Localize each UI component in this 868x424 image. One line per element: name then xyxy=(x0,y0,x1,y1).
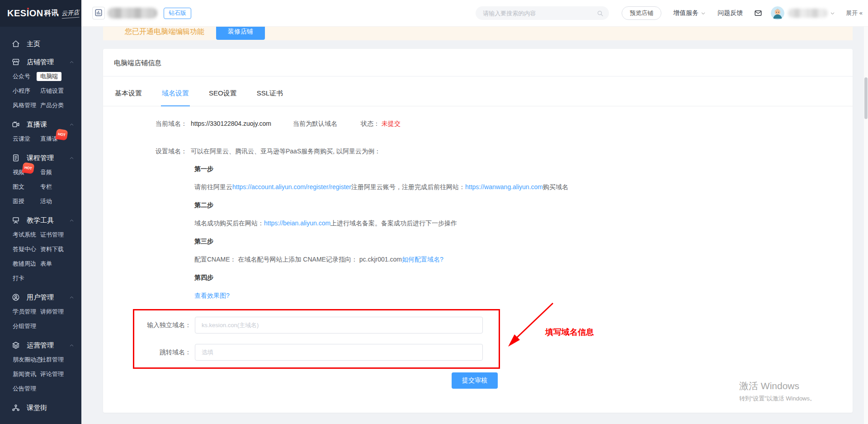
sidebar-section-label: 用户管理 xyxy=(27,293,54,302)
step-title: 第一步 xyxy=(103,164,853,173)
sidebar-subitem[interactable]: 公告管理 xyxy=(13,384,36,393)
preview-store-button[interactable]: 预览店铺 xyxy=(622,6,661,20)
avatar[interactable] xyxy=(771,6,784,20)
bar-chart-icon xyxy=(94,9,103,18)
sidebar-subitem[interactable]: 打卡 xyxy=(13,274,24,283)
sidebar-section-live[interactable]: 直播课 xyxy=(0,115,81,133)
sidebar-section-label: 运营管理 xyxy=(27,341,54,350)
sidebar-section-shop[interactable]: 店铺管理 xyxy=(0,53,81,71)
street-icon xyxy=(12,404,20,412)
sidebar-subitem[interactable]: 证书管理 xyxy=(40,230,64,239)
sidebar-subitems: 考试系统证书管理答疑中心资料下载教辅周边表单打卡 xyxy=(0,230,81,283)
sidebar-section-course[interactable]: 课程管理 xyxy=(0,149,81,167)
sidebar-subitem[interactable]: 小程序 xyxy=(13,86,30,95)
sidebar-subitems: 朋友圈动态社群管理新闻资讯评论管理公告管理 xyxy=(0,355,81,393)
chevron-up-icon xyxy=(69,60,74,65)
inline-link[interactable]: 查看效果图? xyxy=(194,291,230,300)
decorate-store-button[interactable]: 装修店铺 xyxy=(216,27,265,40)
sidebar-subitem[interactable]: 面授 xyxy=(13,197,24,206)
sidebar-subitem[interactable]: 云课堂 xyxy=(13,134,30,143)
annotation-arrow xyxy=(500,300,567,352)
sidebar-subitem[interactable]: 表单 xyxy=(40,259,52,268)
inline-link[interactable]: https://account.aliyun.com/register/regi… xyxy=(232,182,351,191)
current-domain-value: https://330122804.zuojy.com xyxy=(191,119,271,128)
sidebar-subitem[interactable]: 店铺设置 xyxy=(40,86,64,95)
sidebar-subitem[interactable]: 分组管理 xyxy=(13,322,36,331)
sidebar-subitem[interactable]: 活动 xyxy=(40,197,52,206)
mail-icon[interactable] xyxy=(754,9,763,17)
sidebar-section-teach[interactable]: 教学工具 xyxy=(0,211,81,229)
inline-link[interactable]: 如何配置域名? xyxy=(402,255,443,264)
tabs-bar: 基本设置域名设置SEO设置SSL证书 xyxy=(103,76,853,106)
submit-review-button[interactable]: 提交审核 xyxy=(452,372,498,389)
sidebar-subitem[interactable]: 讲师管理 xyxy=(40,307,64,316)
live-icon xyxy=(12,120,20,129)
sidebar-section-home[interactable]: 主页 xyxy=(0,35,81,53)
sidebar-subitem[interactable]: 资料下载 xyxy=(40,245,64,254)
sidebar-subitem[interactable]: 新闻资讯 xyxy=(13,370,36,379)
search-box xyxy=(476,6,609,20)
sidebar-section-label: 直播课 xyxy=(27,120,47,129)
sidebar-subitem[interactable]: 学员管理 xyxy=(13,307,36,316)
independent-domain-row: 输入独立域名： xyxy=(134,317,499,333)
sidebar-subitem[interactable]: 风格管理 xyxy=(13,101,36,110)
inline-link[interactable]: https://wanwang.aliyun.com xyxy=(465,182,543,191)
inline-link[interactable]: https://beian.aliyun.com xyxy=(264,219,330,228)
redirect-domain-input[interactable] xyxy=(195,344,483,361)
sidebar-subitem[interactable]: 教辅周边 xyxy=(13,259,36,268)
chevron-down-icon xyxy=(701,11,706,16)
tab-ssl-cert[interactable]: SSL证书 xyxy=(256,76,284,106)
scrollbar-track xyxy=(864,27,868,424)
step-text: 购买域名 xyxy=(543,182,568,191)
sidebar-subitem[interactable]: 评论管理 xyxy=(40,370,64,379)
sidebar-subitem[interactable]: 朋友圈动态 xyxy=(13,355,42,364)
course-icon xyxy=(12,154,20,162)
annotation-highlight-box: 输入独立域名： 跳转域名： xyxy=(133,309,500,369)
edition-badge: 钻石版 xyxy=(164,8,191,19)
search-icon[interactable] xyxy=(597,10,604,17)
annotation-label: 填写域名信息 xyxy=(545,327,594,338)
scrollbar-thumb[interactable] xyxy=(864,77,868,119)
step-text: 注册阿里云账号，注册完成后前往网站： xyxy=(351,182,465,191)
logo-text: KESION xyxy=(7,8,43,19)
expand-toggle[interactable]: 展开 « xyxy=(846,9,863,17)
username-blurred[interactable] xyxy=(788,9,828,18)
sidebar-subitem[interactable]: 社群管理 xyxy=(40,355,64,364)
store-name-blurred[interactable] xyxy=(108,8,157,19)
sidebar-subitem[interactable]: 产品分类 xyxy=(40,101,64,110)
sidebar-subitem[interactable]: 图文 xyxy=(13,182,24,191)
step-body: 查看效果图? xyxy=(103,291,853,300)
chevron-down-icon[interactable] xyxy=(830,11,835,16)
sidebar-section-user[interactable]: 用户管理 xyxy=(0,288,81,306)
value-added-services-menu[interactable]: 增值服务 xyxy=(673,9,706,17)
current-domain-row: 当前域名： https://330122804.zuojy.com 当前为默认域… xyxy=(103,119,853,128)
sidebar-section-street[interactable]: 课堂街 xyxy=(0,399,81,417)
teach-icon xyxy=(12,216,20,224)
watermark-line2: 转到“设置”以激活 Windows。 xyxy=(739,395,816,403)
sidebar-subitem[interactable]: 音频 xyxy=(40,168,52,177)
sidebar-subitems: 学员管理讲师管理分组管理 xyxy=(0,307,81,331)
search-input[interactable] xyxy=(483,10,597,17)
tab-basic-settings[interactable]: 基本设置 xyxy=(114,76,143,106)
sidebar-subitem[interactable]: 直播课HOT xyxy=(40,134,58,143)
sidebar-subitems: 视频HOT音频图文专栏面授活动 xyxy=(0,168,81,206)
store-chart-icon-button[interactable] xyxy=(92,7,105,19)
sidebar-subitem[interactable]: 公众号 xyxy=(13,72,30,81)
independent-domain-input[interactable] xyxy=(195,317,483,333)
tab-domain-settings[interactable]: 域名设置 xyxy=(161,76,190,106)
watermark-line1: 激活 Windows xyxy=(739,380,816,392)
sidebar-subitem-active[interactable]: 电脑端 xyxy=(37,72,61,81)
sidebar-subitem[interactable]: 视频HOT xyxy=(13,168,24,177)
ops-icon xyxy=(12,341,20,349)
feedback-link[interactable]: 问题反馈 xyxy=(717,9,743,17)
sidebar-section-ops[interactable]: 运营管理 xyxy=(0,336,81,354)
default-domain-note: 当前为默认域名 xyxy=(293,119,337,128)
sidebar-section-label: 课程管理 xyxy=(27,154,54,162)
card-title: 电脑端店铺信息 xyxy=(103,49,853,76)
sidebar-subitem[interactable]: 专栏 xyxy=(40,182,52,191)
sidebar-subitem[interactable]: 答疑中心 xyxy=(13,245,36,254)
logo-cn: 科讯 xyxy=(44,9,59,18)
tab-seo-settings[interactable]: SEO设置 xyxy=(208,76,238,106)
sidebar-subitem[interactable]: 考试系统 xyxy=(13,230,36,239)
redirect-domain-label: 跳转域名： xyxy=(134,348,191,357)
